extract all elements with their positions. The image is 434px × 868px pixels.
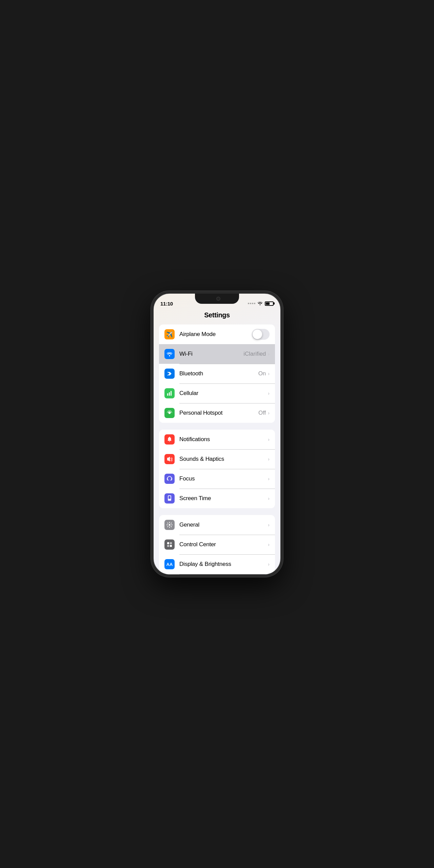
general-icon-bg — [164, 520, 175, 530]
wifi-value: iClarified — [243, 351, 266, 357]
screen-time-label: Screen Time — [179, 495, 268, 502]
focus-label: Focus — [179, 475, 268, 482]
svg-rect-2 — [171, 391, 172, 396]
bluetooth-value: On — [258, 370, 266, 377]
hotspot-label: Personal Hotspot — [179, 410, 258, 416]
wifi-label: Wi-Fi — [179, 351, 243, 357]
control-center-chevron: › — [268, 542, 270, 547]
screen: 11:10 — [154, 294, 280, 574]
wifi-icon — [257, 301, 263, 306]
focus-chevron: › — [268, 476, 270, 481]
phone-frame: 11:10 — [151, 291, 283, 577]
sounds-chevron: › — [268, 456, 270, 462]
notifications-label: Notifications — [179, 436, 268, 443]
wifi-chevron: › — [268, 351, 270, 357]
page-title: Settings — [154, 309, 280, 324]
display-row[interactable]: AA Display & Brightness › — [159, 554, 275, 574]
general-group: General › Control Center › — [159, 515, 275, 574]
airplane-mode-icon: ✈️ — [164, 329, 175, 339]
hotspot-icon-bg — [164, 408, 175, 418]
hotspot-value: Off — [258, 410, 266, 416]
notifications-group: Notifications › Sounds & Haptics › — [159, 430, 275, 508]
airplane-mode-toggle[interactable] — [252, 329, 270, 340]
focus-icon-bg — [164, 474, 175, 484]
status-time: 11:10 — [160, 301, 173, 307]
toggle-thumb — [253, 330, 262, 339]
svg-rect-10 — [167, 542, 169, 544]
svg-rect-0 — [167, 393, 168, 396]
svg-point-3 — [169, 412, 171, 414]
svg-point-9 — [169, 524, 171, 526]
wifi-row[interactable]: Wi-Fi iClarified › — [159, 344, 275, 364]
cellular-icon-bg — [164, 388, 175, 398]
battery-icon — [265, 301, 274, 306]
control-center-label: Control Center — [179, 541, 268, 548]
notifications-row[interactable]: Notifications › — [159, 430, 275, 449]
cellular-chevron: › — [268, 391, 270, 396]
camera — [216, 297, 220, 301]
control-center-row[interactable]: Control Center › — [159, 535, 275, 554]
notifications-icon-bg — [164, 434, 175, 445]
svg-rect-1 — [169, 392, 170, 396]
control-center-icon-bg — [164, 539, 175, 550]
battery-fill — [266, 302, 270, 305]
connectivity-group: ✈️ Airplane Mode — [159, 324, 275, 423]
bluetooth-chevron: › — [268, 371, 270, 376]
svg-rect-8 — [169, 496, 171, 499]
screen-time-row[interactable]: Screen Time › — [159, 489, 275, 508]
airplane-mode-row[interactable]: ✈️ Airplane Mode — [159, 324, 275, 344]
bluetooth-icon-bg — [164, 369, 175, 379]
status-icons — [248, 301, 274, 306]
svg-marker-6 — [168, 457, 170, 461]
focus-row[interactable]: Focus › — [159, 469, 275, 489]
sounds-row[interactable]: Sounds & Haptics › — [159, 449, 275, 469]
svg-rect-11 — [170, 542, 172, 544]
airplane-mode-label: Airplane Mode — [179, 331, 252, 338]
notch — [195, 294, 239, 304]
bluetooth-row[interactable]: Bluetooth On › — [159, 364, 275, 383]
settings-content[interactable]: ✈️ Airplane Mode — [154, 324, 280, 574]
wifi-icon-bg — [164, 349, 175, 359]
bluetooth-label: Bluetooth — [179, 370, 258, 377]
svg-rect-13 — [170, 545, 172, 547]
notifications-chevron: › — [268, 437, 270, 442]
hotspot-row[interactable]: Personal Hotspot Off › — [159, 403, 275, 423]
general-row[interactable]: General › — [159, 515, 275, 535]
home-screen-row[interactable]: Home Screen › — [159, 574, 275, 574]
svg-rect-12 — [167, 545, 169, 547]
hotspot-chevron: › — [268, 410, 270, 416]
svg-marker-5 — [167, 458, 168, 460]
screen-time-chevron: › — [268, 496, 270, 501]
sounds-icon-bg — [164, 454, 175, 464]
cellular-label: Cellular — [179, 390, 268, 397]
display-label: Display & Brightness — [179, 561, 268, 568]
cellular-row[interactable]: Cellular › — [159, 383, 275, 403]
display-chevron: › — [268, 561, 270, 567]
general-chevron: › — [268, 522, 270, 528]
general-label: General — [179, 521, 268, 528]
display-icon-bg: AA — [164, 559, 175, 569]
screen-time-icon-bg — [164, 493, 175, 504]
signal-icon — [248, 303, 255, 304]
sounds-label: Sounds & Haptics — [179, 456, 268, 462]
